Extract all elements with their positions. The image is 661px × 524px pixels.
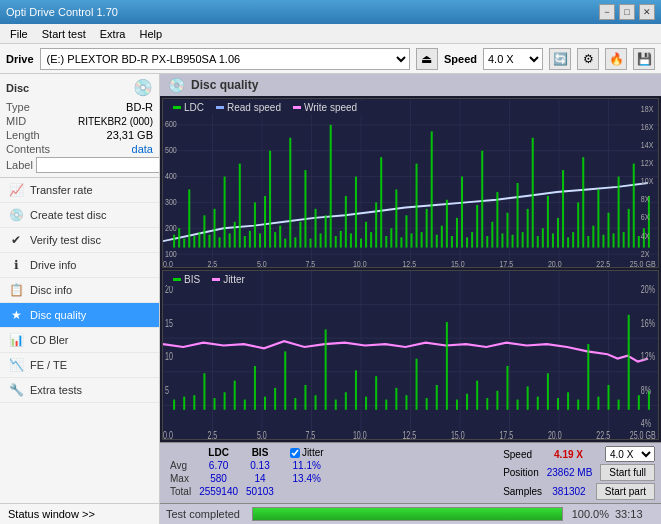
svg-rect-21 — [198, 232, 200, 248]
svg-text:15.0: 15.0 — [451, 259, 465, 267]
svg-text:8%: 8% — [641, 384, 651, 396]
menu-start-test[interactable]: Start test — [36, 27, 92, 41]
svg-rect-82 — [506, 213, 508, 248]
svg-rect-97 — [582, 157, 584, 247]
status-window-button[interactable]: Status window >> — [0, 503, 159, 524]
lower-chart-svg: 20 15 10 5 20% 16% 12% 8% 4% 0.0 2.5 5.0… — [163, 271, 658, 439]
sidebar-item-disc-info[interactable]: 📋 Disc info — [0, 278, 159, 303]
svg-rect-184 — [506, 366, 508, 410]
svg-text:16%: 16% — [641, 317, 655, 329]
close-button[interactable]: ✕ — [639, 4, 655, 20]
svg-text:5: 5 — [165, 384, 169, 396]
upper-chart-svg: 600 500 400 300 200 100 18X 16X 14X 12X … — [163, 99, 658, 267]
speed-select[interactable]: 4.0 X — [483, 48, 543, 70]
svg-text:0.0: 0.0 — [163, 430, 173, 439]
start-part-button[interactable]: Start part — [596, 483, 655, 500]
svg-text:12%: 12% — [641, 351, 655, 363]
sidebar-item-verify-test-disc[interactable]: ✔ Verify test disc — [0, 228, 159, 253]
svg-rect-190 — [567, 392, 569, 410]
svg-rect-57 — [380, 157, 382, 247]
svg-rect-164 — [304, 385, 306, 410]
save-button[interactable]: 💾 — [633, 48, 655, 70]
disc-panel-title: Disc — [6, 82, 29, 94]
svg-rect-46 — [325, 215, 327, 247]
svg-rect-80 — [496, 192, 498, 248]
progress-label: Test completed — [166, 508, 246, 520]
settings-button[interactable]: ⚙ — [577, 48, 599, 70]
maximize-button[interactable]: □ — [619, 4, 635, 20]
svg-rect-192 — [587, 344, 589, 410]
svg-rect-79 — [491, 222, 493, 248]
sidebar-item-drive-info[interactable]: ℹ Drive info — [0, 253, 159, 278]
read-speed-legend-dot — [216, 106, 224, 109]
svg-text:10X: 10X — [641, 176, 654, 186]
svg-rect-95 — [572, 232, 574, 248]
svg-rect-170 — [365, 397, 367, 410]
menu-help[interactable]: Help — [133, 27, 168, 41]
svg-rect-31 — [249, 231, 251, 248]
max-bis: 14 — [242, 472, 278, 485]
minimize-button[interactable]: − — [599, 4, 615, 20]
burn-button[interactable]: 🔥 — [605, 48, 627, 70]
jitter-checkbox[interactable] — [290, 448, 300, 458]
svg-rect-53 — [360, 239, 362, 248]
svg-rect-30 — [244, 236, 246, 248]
drive-select[interactable]: (E:) PLEXTOR BD-R PX-LB950SA 1.06 — [40, 48, 410, 70]
svg-text:500: 500 — [165, 145, 177, 155]
svg-text:6X: 6X — [641, 213, 650, 223]
sidebar-item-cd-bler[interactable]: 📊 CD Bler — [0, 328, 159, 353]
svg-rect-163 — [294, 398, 296, 410]
svg-rect-56 — [375, 202, 377, 247]
svg-rect-102 — [607, 213, 609, 248]
svg-rect-171 — [375, 376, 377, 410]
sidebar-item-extra-tests[interactable]: 🔧 Extra tests — [0, 378, 159, 403]
svg-text:2.5: 2.5 — [207, 430, 217, 439]
sidebar-item-transfer-rate[interactable]: 📈 Transfer rate — [0, 178, 159, 203]
svg-rect-174 — [405, 395, 407, 410]
disc-icon: 💿 — [133, 78, 153, 97]
sidebar-item-fe-te[interactable]: 📉 FE / TE — [0, 353, 159, 378]
svg-rect-52 — [355, 177, 357, 248]
svg-rect-76 — [476, 205, 478, 248]
svg-rect-36 — [274, 232, 276, 248]
stats-table: LDC BIS Jitter Avg 6.70 0.13 11.1% — [160, 443, 497, 503]
max-jitter: 13.4% — [286, 472, 328, 485]
start-full-button[interactable]: Start full — [600, 464, 655, 481]
svg-rect-42 — [304, 170, 306, 248]
menubar: File Start test Extra Help — [0, 24, 661, 44]
svg-rect-151 — [173, 400, 175, 410]
sidebar-item-disc-quality[interactable]: ★ Disc quality — [0, 303, 159, 328]
label-input[interactable] — [36, 157, 160, 173]
svg-rect-83 — [512, 235, 514, 248]
svg-rect-155 — [214, 398, 216, 410]
progress-bar-outer — [252, 507, 563, 521]
svg-rect-193 — [597, 397, 599, 410]
svg-rect-51 — [350, 233, 352, 247]
sidebar-item-create-test-disc[interactable]: 💿 Create test disc — [0, 203, 159, 228]
svg-rect-173 — [395, 388, 397, 410]
svg-text:10.0: 10.0 — [353, 430, 367, 439]
write-speed-legend-label: Write speed — [304, 102, 357, 113]
svg-rect-26 — [224, 177, 226, 248]
svg-rect-157 — [234, 381, 236, 410]
drivebar: Drive (E:) PLEXTOR BD-R PX-LB950SA 1.06 … — [0, 44, 661, 74]
svg-rect-54 — [365, 222, 367, 248]
svg-rect-153 — [193, 395, 195, 410]
eject-button[interactable]: ⏏ — [416, 48, 438, 70]
contents-value: data — [132, 143, 153, 155]
menu-extra[interactable]: Extra — [94, 27, 132, 41]
svg-rect-175 — [416, 359, 418, 410]
menu-file[interactable]: File — [4, 27, 34, 41]
svg-text:2.5: 2.5 — [207, 259, 217, 267]
svg-rect-70 — [446, 200, 448, 248]
refresh-button[interactable]: 🔄 — [549, 48, 571, 70]
total-label: Total — [166, 485, 195, 498]
transfer-rate-label: Transfer rate — [30, 184, 93, 196]
svg-rect-104 — [618, 177, 620, 248]
cd-bler-icon: 📊 — [8, 333, 24, 347]
svg-rect-88 — [537, 236, 539, 248]
mid-label: MID — [6, 115, 26, 127]
speed-select-stat[interactable]: 4.0 X — [605, 446, 655, 462]
svg-text:8X: 8X — [641, 195, 650, 205]
svg-rect-166 — [325, 329, 327, 409]
